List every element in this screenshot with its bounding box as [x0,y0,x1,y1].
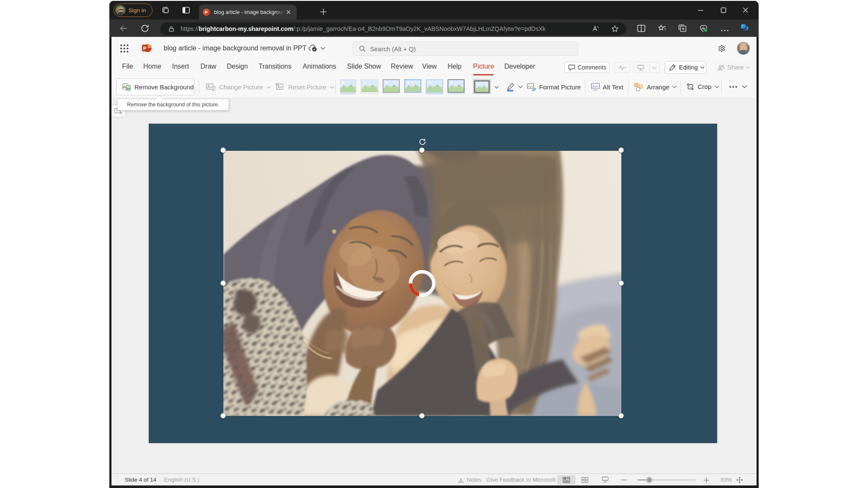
svg-text:P: P [205,10,208,14]
svg-text:P: P [143,46,147,51]
